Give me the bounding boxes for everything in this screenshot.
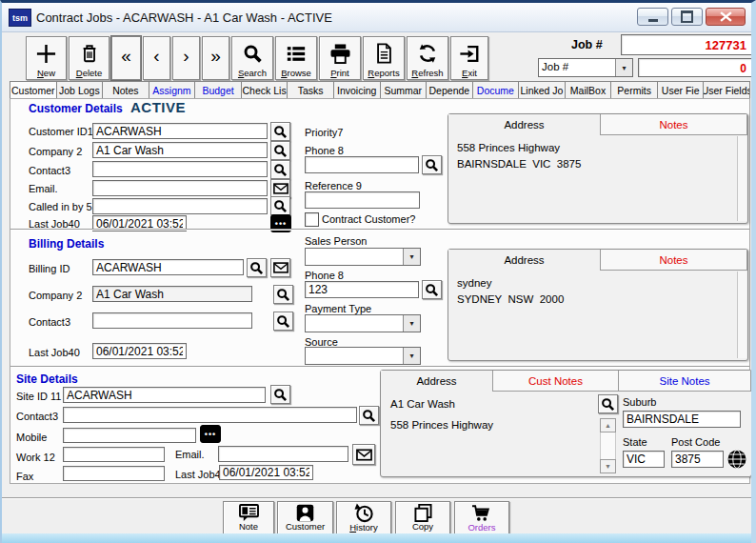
suburb-input[interactable] <box>623 411 741 428</box>
customer-company-search-button[interactable] <box>270 141 290 160</box>
called-in-by-input[interactable] <box>92 198 268 214</box>
billing-notes-tab[interactable]: Notes <box>601 250 747 271</box>
customer-id-input[interactable] <box>92 123 268 139</box>
reference-input[interactable] <box>305 191 420 209</box>
billing-email-button[interactable] <box>270 258 290 277</box>
site-id-input[interactable] <box>63 387 266 403</box>
next-record-button[interactable]: › <box>172 36 200 80</box>
job-number-value-field[interactable]: 127731 <box>621 34 752 55</box>
tab-check-list[interactable]: Check Lis <box>242 81 288 100</box>
copy-button[interactable]: Copy <box>395 501 450 534</box>
tab-user-fie[interactable]: User Fie <box>658 81 705 100</box>
billing-id-search-button[interactable] <box>247 258 267 277</box>
search-icon <box>362 409 376 423</box>
site-notes-dots-button[interactable]: ••• <box>200 425 221 443</box>
dropdown-arrow-icon[interactable]: ▾ <box>615 59 632 76</box>
billing-last-job-input[interactable] <box>92 343 187 359</box>
history-button[interactable]: History <box>336 501 391 534</box>
tab-mailbox[interactable]: MailBox <box>566 81 612 100</box>
billing-phone-input[interactable] <box>305 281 419 298</box>
billing-company-input[interactable] <box>92 286 252 302</box>
customer-button[interactable]: Customer <box>277 501 333 534</box>
payment-type-combo[interactable]: ▾ <box>305 314 421 332</box>
billing-address-tab[interactable]: Address <box>448 250 601 271</box>
customer-notes-tab[interactable]: Notes <box>601 114 747 135</box>
contract-customer-checkbox[interactable] <box>305 212 319 227</box>
billing-address-scrollbar[interactable] <box>737 272 746 358</box>
sales-person-combo[interactable]: ▾ <box>305 248 421 266</box>
mobile-input[interactable] <box>63 428 196 443</box>
site-address-scrollbar-track[interactable] <box>600 432 616 459</box>
job-alt-value-field[interactable]: 0 <box>638 58 752 77</box>
billing-phone-search-button[interactable] <box>422 280 442 299</box>
state-input[interactable] <box>623 451 665 468</box>
tab-user-fields[interactable]: User Fields <box>704 81 750 100</box>
dropdown-arrow-icon[interactable]: ▾ <box>403 348 420 364</box>
site-notes-tab[interactable]: Site Notes <box>619 371 751 392</box>
work-phone-input[interactable] <box>63 447 165 462</box>
job-selector-combo[interactable]: Job # ▾ <box>538 58 633 77</box>
previous-record-button[interactable]: ‹ <box>143 36 170 80</box>
globe-icon[interactable] <box>726 449 747 470</box>
tab-summary[interactable]: Summar <box>381 81 428 100</box>
print-button[interactable]: Print <box>319 36 361 80</box>
source-combo[interactable]: ▾ <box>305 347 421 365</box>
billing-contact-input[interactable] <box>92 312 252 329</box>
tab-notes[interactable]: Notes <box>103 81 149 100</box>
close-button[interactable] <box>706 8 746 26</box>
customer-id-search-button[interactable] <box>270 122 290 141</box>
site-address-search-button[interactable] <box>598 394 618 413</box>
exit-door-icon <box>459 39 480 68</box>
billing-contact-search-button[interactable] <box>273 312 293 331</box>
last-record-button[interactable]: » <box>202 36 229 80</box>
billing-company-search-button[interactable] <box>273 285 293 304</box>
customer-contact-input[interactable] <box>92 161 268 177</box>
post-code-input[interactable] <box>671 451 724 468</box>
tab-assignments[interactable]: Assignm <box>149 81 196 100</box>
customer-address-scrollbar[interactable] <box>737 136 746 221</box>
tab-dependencies[interactable]: Depende <box>427 81 473 100</box>
customer-email-button[interactable] <box>270 179 290 198</box>
note-button[interactable]: Note <box>223 501 274 534</box>
called-in-by-search-button[interactable] <box>270 196 290 215</box>
refresh-button[interactable]: Refresh <box>407 36 448 80</box>
customer-email-input[interactable] <box>92 180 268 196</box>
billing-id-input[interactable] <box>92 259 244 275</box>
tab-budget[interactable]: Budget <box>195 81 242 100</box>
tab-customer[interactable]: Customer <box>10 81 57 100</box>
customer-phone-input[interactable] <box>305 156 419 173</box>
dropdown-arrow-icon[interactable]: ▾ <box>403 315 420 332</box>
dropdown-arrow-icon[interactable]: ▾ <box>403 249 420 265</box>
tab-documents[interactable]: Docume <box>473 81 520 100</box>
site-contact-input[interactable] <box>63 407 357 423</box>
customer-company-input[interactable] <box>92 142 268 158</box>
fax-input[interactable] <box>63 466 165 481</box>
scroll-down-button[interactable]: ▼ <box>600 459 616 473</box>
site-address-tab[interactable]: Address <box>381 371 493 392</box>
tab-linked-jobs[interactable]: Linked Jo <box>519 81 566 100</box>
scroll-up-button[interactable]: ▲ <box>600 418 616 432</box>
delete-button[interactable]: Delete <box>69 36 109 80</box>
first-record-button[interactable]: « <box>111 36 141 80</box>
tab-job-logs[interactable]: Job Logs <box>57 81 104 100</box>
site-email-input[interactable] <box>218 446 348 462</box>
reports-button[interactable]: Reports <box>363 36 405 80</box>
minimize-button[interactable] <box>637 8 668 26</box>
tab-invoicing[interactable]: Invoicing <box>334 81 381 100</box>
tab-tasks[interactable]: Tasks <box>288 81 334 100</box>
browse-button[interactable]: Browse <box>275 36 317 80</box>
site-last-job-input[interactable] <box>219 465 313 480</box>
site-email-button[interactable] <box>352 444 375 465</box>
maximize-button[interactable] <box>671 8 703 26</box>
customer-address-tab[interactable]: Address <box>448 114 601 135</box>
customer-phone-search-button[interactable] <box>422 155 442 174</box>
tab-permits[interactable]: Permits <box>611 81 658 100</box>
orders-button[interactable]: Orders <box>454 501 509 534</box>
customer-contact-search-button[interactable] <box>270 160 290 179</box>
new-button[interactable]: New <box>26 36 67 80</box>
search-button[interactable]: Search <box>231 36 273 80</box>
site-id-search-button[interactable] <box>270 385 290 404</box>
exit-button[interactable]: Exit <box>450 36 488 80</box>
site-contact-search-button[interactable] <box>359 406 379 425</box>
cust-notes-tab[interactable]: Cust Notes <box>493 371 619 392</box>
